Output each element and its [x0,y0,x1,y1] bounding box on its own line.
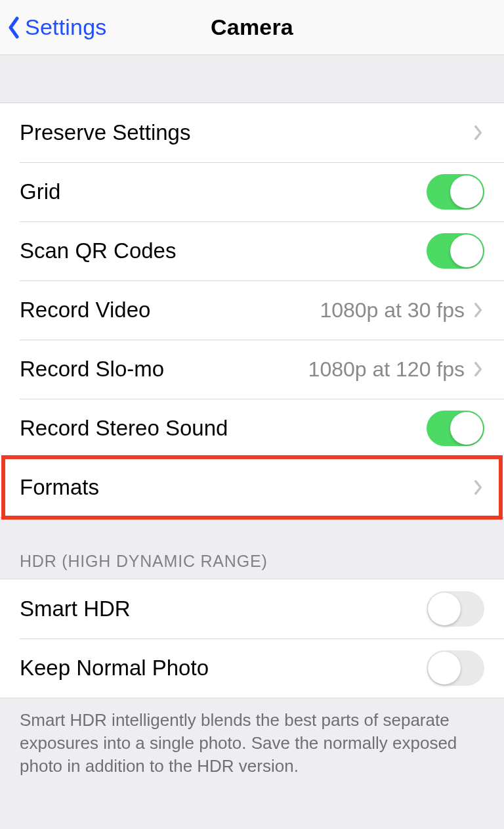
page-title: Camera [211,14,293,40]
preserve-settings-row[interactable]: Preserve Settings [0,103,504,162]
formats-label: Formats [20,475,472,500]
scan-qr-toggle[interactable] [427,233,484,269]
chevron-right-icon [472,300,484,320]
back-label: Settings [25,14,106,40]
smart-hdr-toggle[interactable] [427,591,484,627]
scan-qr-row: Scan QR Codes [0,221,504,280]
hdr-section-header: HDR (HIGH DYNAMIC RANGE) [0,518,504,579]
chevron-right-icon [472,478,484,497]
grid-toggle[interactable] [427,174,484,210]
record-slomo-row[interactable]: Record Slo-mo 1080p at 120 fps [0,340,504,399]
hdr-group: Smart HDR Keep Normal Photo [0,579,504,698]
keep-normal-row: Keep Normal Photo [0,639,504,698]
formats-row[interactable]: Formats [0,458,504,517]
smart-hdr-row: Smart HDR [0,579,504,639]
grid-row: Grid [0,162,504,221]
record-video-row[interactable]: Record Video 1080p at 30 fps [0,280,504,340]
stereo-sound-row: Record Stereo Sound [0,399,504,458]
keep-normal-toggle[interactable] [427,650,484,686]
record-video-value: 1080p at 30 fps [320,298,465,323]
scan-qr-label: Scan QR Codes [20,238,427,263]
navbar: Settings Camera [0,0,504,55]
hdr-footer: Smart HDR intelligently blends the best … [0,698,504,804]
record-video-label: Record Video [20,298,320,323]
record-slomo-value: 1080p at 120 fps [308,357,465,382]
chevron-right-icon [472,123,484,143]
chevron-right-icon [472,359,484,379]
record-slomo-label: Record Slo-mo [20,357,308,382]
chevron-left-icon [5,14,22,41]
smart-hdr-label: Smart HDR [20,596,427,621]
preserve-settings-label: Preserve Settings [20,120,472,145]
settings-group-1: Preserve Settings Grid Scan QR Codes Rec… [0,102,504,518]
back-button[interactable]: Settings [5,14,106,41]
grid-label: Grid [20,179,427,204]
stereo-sound-label: Record Stereo Sound [20,416,427,441]
stereo-sound-toggle[interactable] [427,411,484,446]
keep-normal-label: Keep Normal Photo [20,656,427,681]
spacer [0,55,504,102]
